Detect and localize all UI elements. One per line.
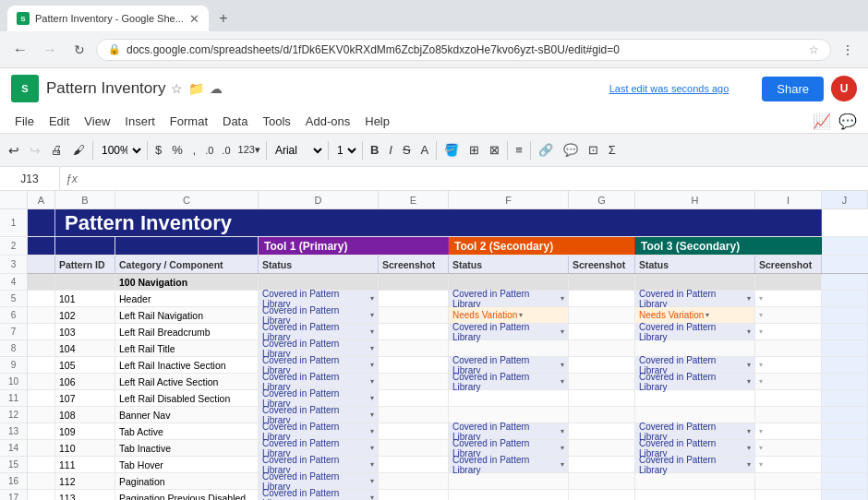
cell-d3[interactable]: Status — [259, 256, 379, 273]
cell-e-sc1[interactable] — [379, 490, 449, 500]
cell-f-status2[interactable] — [449, 340, 569, 356]
cell-f-status2[interactable] — [449, 407, 569, 423]
cell-b-id[interactable]: 107 — [55, 390, 115, 406]
drive-icon[interactable]: ☁ — [210, 81, 223, 96]
cell-f-status2[interactable]: Covered in Pattern Library▾ — [449, 440, 569, 456]
cell-i-sc3[interactable] — [755, 490, 822, 500]
cell-d-status1[interactable]: Covered in Pattern Library▾ — [259, 324, 379, 339]
tab-close-icon[interactable]: ✕ — [189, 12, 199, 26]
cell-j[interactable] — [822, 307, 868, 323]
cell-h-status3[interactable] — [635, 390, 755, 406]
cell-j[interactable] — [822, 407, 868, 423]
cell-b-id[interactable]: 105 — [55, 357, 115, 373]
cell-d-status1[interactable]: Covered in Pattern Library▾ — [259, 490, 379, 500]
cell-f-status2[interactable]: Covered in Pattern Library▾ — [449, 291, 569, 306]
menu-file[interactable]: File — [7, 112, 42, 131]
cell-i-sc3[interactable]: ▾ — [755, 307, 822, 323]
active-tab[interactable]: S Pattern Inventory - Google She... ✕ — [7, 6, 209, 31]
cell-g-sc2[interactable] — [569, 374, 635, 389]
cell-j[interactable] — [822, 291, 868, 306]
cell-i-sc3[interactable]: ▾ — [755, 374, 822, 389]
formula-input[interactable] — [83, 173, 868, 185]
cell-c-comp[interactable]: Header — [115, 291, 259, 306]
cell-d-status1[interactable]: Covered in Pattern Library▾ — [259, 374, 379, 389]
cell-f-status2[interactable]: Covered in Pattern Library▾ — [449, 374, 569, 389]
cell-a[interactable] — [28, 291, 55, 306]
cell-j[interactable] — [822, 457, 868, 472]
cell-d-status1[interactable]: Covered in Pattern Library▾ — [259, 407, 379, 423]
address-bar[interactable]: 🔒 docs.google.com/spreadsheets/d/1fDk6EK… — [96, 39, 831, 61]
cell-g-sc2[interactable] — [569, 324, 635, 339]
cell-e-sc1[interactable] — [379, 407, 449, 423]
cell-i-sc3[interactable] — [755, 274, 822, 290]
cell-f3[interactable]: Status — [449, 256, 569, 273]
cell-a[interactable] — [28, 490, 55, 500]
cell-c-comp[interactable]: Left Rail Title — [115, 340, 259, 356]
cell-j[interactable] — [822, 357, 868, 373]
cell-c-comp[interactable]: Left Rail Inactive Section — [115, 357, 259, 373]
user-avatar[interactable]: U — [831, 76, 857, 101]
cell-j2[interactable] — [822, 237, 868, 255]
cell-j[interactable] — [822, 274, 868, 290]
cell-c-comp[interactable]: Left Rail Navigation — [115, 307, 259, 323]
cell-i-sc3[interactable] — [755, 390, 822, 406]
cell-i-sc3[interactable]: ▾ — [755, 357, 822, 373]
cell-b-id[interactable]: 101 — [55, 291, 115, 306]
italic-button[interactable]: I — [384, 138, 397, 162]
col-header-a[interactable]: A — [28, 191, 55, 208]
cell-f-status2[interactable]: Needs Variation▾ — [449, 307, 569, 323]
undo-button[interactable]: ↩ — [4, 138, 24, 162]
cell-f2-tool2[interactable]: Tool 2 (Secondary) — [449, 237, 635, 255]
align-button[interactable]: ≡ — [511, 138, 527, 162]
cell-c-comp[interactable]: 100 Navigation — [115, 274, 259, 290]
cell-c-comp[interactable]: Tab Active — [115, 423, 259, 439]
cell-h-status3[interactable]: Covered in Pattern Library▾ — [635, 374, 755, 389]
menu-edit[interactable]: Edit — [42, 112, 77, 131]
menu-help[interactable]: Help — [357, 112, 397, 131]
cell-j[interactable] — [822, 340, 868, 356]
fill-color-button[interactable]: 🪣 — [440, 138, 464, 162]
cell-g-sc2[interactable] — [569, 440, 635, 456]
cell-i-sc3[interactable] — [755, 340, 822, 356]
menu-addons[interactable]: Add-ons — [298, 112, 357, 131]
cell-j[interactable] — [822, 473, 868, 489]
folder-icon[interactable]: 📁 — [188, 81, 204, 96]
cell-a[interactable] — [28, 407, 55, 423]
cell-f-status2[interactable] — [449, 274, 569, 290]
share-button[interactable]: Share — [762, 77, 824, 101]
cell-b-id[interactable] — [55, 274, 115, 290]
decimal-less-button[interactable]: .0 — [218, 138, 234, 162]
cell-d-status1[interactable]: Covered in Pattern Library▾ — [259, 307, 379, 323]
bold-button[interactable]: B — [366, 138, 383, 162]
cell-b-id[interactable]: 111 — [55, 457, 115, 472]
cell-c3[interactable]: Category / Component — [115, 256, 259, 273]
extensions-button[interactable]: ⋮ — [835, 37, 861, 63]
cell-h-status3[interactable]: Covered in Pattern Library▾ — [635, 357, 755, 373]
cell-f-status2[interactable] — [449, 473, 569, 489]
redo-button[interactable]: ↪ — [25, 138, 45, 162]
paint-format-button[interactable]: 🖌 — [68, 138, 90, 162]
cell-e-sc1[interactable] — [379, 440, 449, 456]
cell-h-status3[interactable] — [635, 340, 755, 356]
cell-g-sc2[interactable] — [569, 390, 635, 406]
cell-d-status1[interactable]: Covered in Pattern Library▾ — [259, 390, 379, 406]
cell-d-status1[interactable]: Covered in Pattern Library▾ — [259, 440, 379, 456]
cell-b-id[interactable]: 103 — [55, 324, 115, 339]
strikethrough-button[interactable]: S — [398, 138, 416, 162]
cell-a[interactable] — [28, 374, 55, 389]
cell-b-id[interactable]: 112 — [55, 473, 115, 489]
cell-b-id[interactable]: 108 — [55, 407, 115, 423]
comma-button[interactable]: , — [188, 138, 200, 162]
col-header-f[interactable]: F — [449, 191, 569, 208]
cell-a3[interactable] — [28, 256, 55, 273]
cell-h-status3[interactable] — [635, 473, 755, 489]
cell-e-sc1[interactable] — [379, 340, 449, 356]
cell-a[interactable] — [28, 357, 55, 373]
dollar-button[interactable]: $ — [151, 138, 166, 162]
cell-i3[interactable]: Screenshot — [755, 256, 822, 273]
formula-button[interactable]: Σ — [604, 138, 621, 162]
cell-d-status1[interactable]: Covered in Pattern Library▾ — [259, 457, 379, 472]
cell-g3[interactable]: Screenshot — [569, 256, 635, 273]
cell-e-sc1[interactable] — [379, 324, 449, 339]
cell-i-sc3[interactable]: ▾ — [755, 291, 822, 306]
